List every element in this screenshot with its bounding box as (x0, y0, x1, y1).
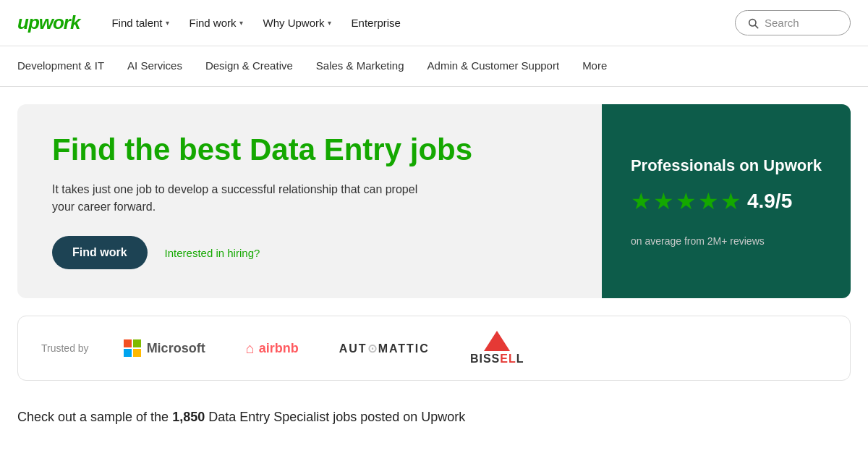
upwork-logo[interactable]: upwork (17, 12, 80, 34)
cat-development-it[interactable]: Development & IT (17, 46, 116, 86)
cat-admin-customer-support[interactable]: Admin & Customer Support (416, 46, 571, 86)
header: upwork Find talent ▾ Find work ▾ Why Upw… (0, 0, 868, 46)
star-3: ★ (676, 187, 697, 215)
rating-row: ★ ★ ★ ★ ★ 4.9/5 (631, 187, 822, 215)
hero-section: Find the best Data Entry jobs It takes j… (17, 104, 851, 298)
star-1: ★ (631, 187, 652, 215)
trusted-label: Trusted by (41, 342, 89, 354)
cat-ai-services[interactable]: AI Services (116, 46, 194, 86)
sample-text-suffix: Data Entry Specialist jobs posted on Upw… (205, 410, 465, 424)
nav-why-upwork[interactable]: Why Upwork ▾ (255, 11, 340, 35)
microsoft-wordmark: Microsoft (147, 341, 205, 356)
nav-enterprise[interactable]: Enterprise (343, 11, 409, 35)
cat-more[interactable]: More (571, 46, 618, 86)
bissell-wordmark: BISSELL (470, 352, 524, 366)
automattic-dot-icon: ⊙ (367, 342, 378, 355)
find-work-button[interactable]: Find work (52, 236, 148, 269)
main-nav: Find talent ▾ Find work ▾ Why Upwork ▾ E… (103, 11, 735, 35)
search-placeholder: Search (765, 17, 799, 29)
nav-find-work[interactable]: Find work ▾ (181, 11, 252, 35)
stars: ★ ★ ★ ★ ★ (631, 187, 741, 215)
ms-quadrant-4 (133, 349, 141, 357)
airbnb-logo: ⌂ airbnb (246, 340, 299, 357)
star-5: ★ (720, 187, 741, 215)
sample-jobs-title: Check out a sample of the 1,850 Data Ent… (17, 410, 851, 425)
brand-logos: Microsoft ⌂ airbnb AUT⊙MATTIC BISSELL (124, 331, 827, 366)
hero-left: Find the best Data Entry jobs It takes j… (17, 104, 602, 298)
professionals-card: Professionals on Upwork ★ ★ ★ ★ ★ 4.9/5 … (602, 104, 851, 298)
search-bar[interactable]: Search (735, 10, 851, 35)
microsoft-logo: Microsoft (124, 339, 205, 357)
ms-quadrant-2 (133, 339, 141, 347)
chevron-down-icon: ▾ (166, 19, 169, 27)
cat-sales-marketing[interactable]: Sales & Marketing (305, 46, 416, 86)
airbnb-icon: ⌂ (246, 340, 255, 357)
sample-text-prefix: Check out a sample of the (17, 410, 172, 424)
microsoft-grid-icon (124, 339, 141, 357)
bissell-triangle-icon (484, 331, 510, 351)
nav-find-talent[interactable]: Find talent ▾ (103, 11, 177, 35)
category-nav: Development & IT AI Services Design & Cr… (0, 46, 868, 87)
reviews-text: on average from 2M+ reviews (631, 235, 822, 247)
trusted-section: Trusted by Microsoft ⌂ airbnb AUT⊙MATTIC… (17, 316, 851, 381)
star-4: ★ (698, 187, 719, 215)
svg-line-1 (755, 25, 758, 28)
hero-title: Find the best Data Entry jobs (52, 133, 567, 166)
airbnb-wordmark: airbnb (259, 341, 299, 356)
chevron-down-icon: ▾ (239, 19, 243, 27)
ms-quadrant-1 (124, 339, 132, 347)
bissell-logo: BISSELL (470, 331, 524, 366)
hero-subtitle: It takes just one job to develop a succe… (52, 181, 428, 216)
sample-jobs-section: Check out a sample of the 1,850 Data Ent… (17, 410, 851, 425)
search-icon (747, 17, 759, 29)
rating-value: 4.9/5 (747, 190, 792, 213)
chevron-down-icon: ▾ (328, 19, 331, 27)
pros-card-title: Professionals on Upwork (631, 156, 822, 177)
ms-quadrant-3 (124, 349, 132, 357)
sample-jobs-count: 1,850 (172, 410, 205, 424)
interested-hiring-link[interactable]: Interested in hiring? (165, 247, 260, 259)
cat-design-creative[interactable]: Design & Creative (194, 46, 305, 86)
star-2: ★ (653, 187, 674, 215)
automattic-logo: AUT⊙MATTIC (339, 342, 430, 355)
hero-actions: Find work Interested in hiring? (52, 236, 567, 269)
